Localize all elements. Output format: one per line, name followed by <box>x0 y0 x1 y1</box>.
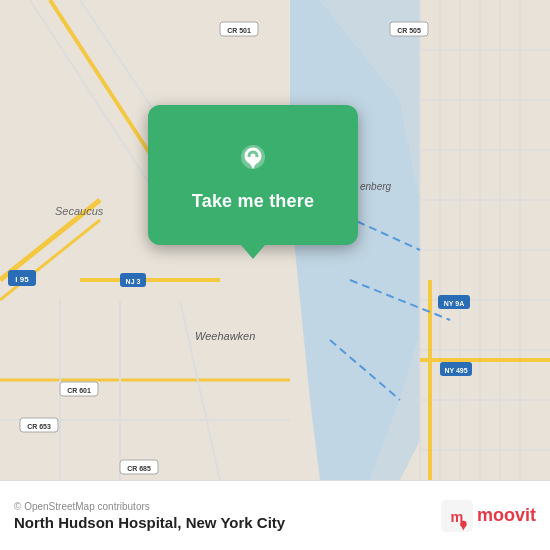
map-container: I 95 NJ 3 CR 601 CR 653 CR 685 <box>0 0 550 480</box>
svg-text:Secaucus: Secaucus <box>55 205 104 217</box>
take-me-there-popup[interactable]: Take me there <box>148 105 358 245</box>
bottom-text-group: © OpenStreetMap contributors North Hudso… <box>14 501 285 531</box>
moovit-text: moovit <box>477 505 536 526</box>
bottom-bar: © OpenStreetMap contributors North Hudso… <box>0 480 550 550</box>
svg-text:NJ 3: NJ 3 <box>126 278 141 285</box>
location-title: North Hudson Hospital, New York City <box>14 514 285 531</box>
svg-text:CR 501: CR 501 <box>227 27 251 34</box>
svg-text:enberg: enberg <box>360 181 392 192</box>
svg-text:NY 9A: NY 9A <box>444 300 465 307</box>
svg-text:CR 685: CR 685 <box>127 465 151 472</box>
moovit-logo: m moovit <box>441 500 536 532</box>
svg-text:Weehawken: Weehawken <box>195 330 255 342</box>
location-pin-icon <box>231 139 275 183</box>
svg-text:CR 601: CR 601 <box>67 387 91 394</box>
svg-text:CR 653: CR 653 <box>27 423 51 430</box>
svg-text:NY 495: NY 495 <box>444 367 467 374</box>
copyright-text: © OpenStreetMap contributors <box>14 501 285 512</box>
moovit-logo-icon: m <box>441 500 473 532</box>
take-me-there-label: Take me there <box>192 191 314 212</box>
svg-text:CR 505: CR 505 <box>397 27 421 34</box>
svg-text:I 95: I 95 <box>15 275 29 284</box>
